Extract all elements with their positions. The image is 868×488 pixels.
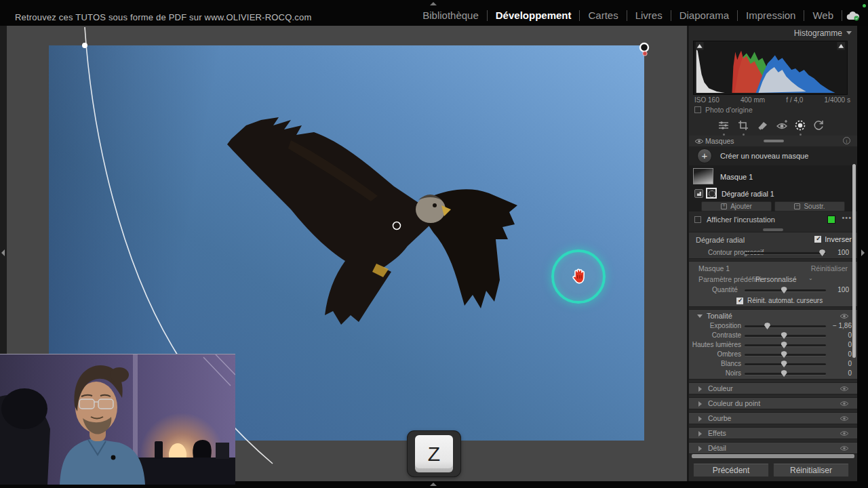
- grab-hand-icon: [570, 267, 588, 286]
- right-panel-collapse-arrow[interactable]: [861, 249, 865, 256]
- module-bibliotheque[interactable]: Bibliothèque: [414, 9, 487, 21]
- filmstrip-reveal-arrow[interactable]: [430, 483, 437, 486]
- panel-end-bar: [692, 454, 854, 458]
- blacks-slider-handle[interactable]: [781, 370, 787, 377]
- reset-button[interactable]: Réinitialiser: [773, 464, 849, 477]
- amount-slider-handle[interactable]: [781, 287, 787, 293]
- shadows-slider[interactable]: [745, 354, 826, 356]
- section-label: Effets: [708, 429, 726, 437]
- tool-strip: [689, 119, 857, 134]
- key-z: Z: [415, 435, 453, 472]
- eye-icon[interactable]: [694, 138, 704, 144]
- heal-icon[interactable]: [757, 119, 769, 131]
- module-cartes[interactable]: Cartes: [580, 9, 626, 21]
- exposure-label: Exposition: [689, 322, 741, 329]
- panel-drag-handle[interactable]: [763, 228, 783, 231]
- crop-icon[interactable]: [737, 119, 749, 131]
- eye-icon[interactable]: [840, 445, 849, 451]
- shadows-slider-handle[interactable]: [781, 351, 787, 358]
- panel-scrollbar[interactable]: [852, 164, 856, 358]
- red-eye-icon[interactable]: [776, 119, 788, 131]
- module-impression[interactable]: Impression: [738, 9, 804, 21]
- section-detail[interactable]: Détail: [689, 442, 857, 454]
- sync-icon[interactable]: [812, 119, 825, 131]
- auto-reset-checkbox[interactable]: [736, 298, 743, 304]
- info-icon[interactable]: i: [843, 137, 850, 144]
- top-panel-reveal-arrow[interactable]: [430, 2, 437, 5]
- whites-slider[interactable]: [745, 363, 826, 365]
- mask-thumbnail[interactable]: [693, 168, 713, 184]
- contrast-slider-handle[interactable]: [781, 332, 787, 339]
- exposure-slider-handle[interactable]: [764, 323, 770, 329]
- module-web[interactable]: Web: [804, 9, 842, 21]
- original-photo-row: Photo d'origine: [694, 106, 753, 114]
- mask-pin[interactable]: [551, 249, 606, 304]
- left-panel-reveal-arrow[interactable]: [1, 249, 5, 256]
- exif-iso: ISO 160: [694, 96, 719, 104]
- exif-shutter: 1/4000 s: [825, 96, 850, 104]
- blacks-slider[interactable]: [745, 373, 826, 375]
- create-mask-row[interactable]: + Créer un nouveau masque: [689, 146, 857, 165]
- highlights-slider[interactable]: [745, 344, 826, 346]
- overlay-options-icon[interactable]: •••: [842, 214, 852, 222]
- cloud-sync-icon[interactable]: [846, 11, 860, 21]
- module-developpement[interactable]: Développement: [488, 9, 580, 21]
- settings-title: Masque 1: [698, 264, 730, 272]
- collapse-triangle-icon[interactable]: [697, 314, 703, 318]
- adjust-basic-icon[interactable]: [717, 119, 730, 131]
- module-diaporama[interactable]: Diaporama: [671, 9, 737, 21]
- masks-panel-title: Masques: [705, 137, 734, 145]
- mask-pin-icon[interactable]: [694, 189, 703, 198]
- chevron-down-icon: ⌄: [808, 275, 813, 281]
- mask-item-label[interactable]: Masque 1: [720, 173, 753, 181]
- feather-slider[interactable]: [745, 252, 826, 254]
- amount-slider[interactable]: [745, 289, 826, 291]
- whites-slider-handle[interactable]: [781, 361, 787, 367]
- subtract-from-mask-button[interactable]: Soustr.: [774, 201, 845, 211]
- top-bar: Retrouvez ces TUTOS sous forme de PDF su…: [0, 0, 868, 26]
- show-overlay-checkbox[interactable]: [694, 216, 701, 223]
- feather-slider-handle[interactable]: [819, 249, 825, 256]
- eye-icon[interactable]: [840, 401, 849, 407]
- radial-section-title: Dégradé radial: [696, 236, 745, 244]
- highlights-label: Hautes lumières: [689, 341, 741, 348]
- amount-value: 100: [829, 286, 849, 293]
- masking-icon[interactable]: [794, 119, 806, 131]
- auto-reset-row: Réinit. automat. curseurs: [736, 297, 823, 304]
- panel-drag-handle[interactable]: [764, 140, 784, 142]
- mask-settings-section: Masque 1 Réinitialiser Paramètre prédéfi…: [689, 261, 857, 307]
- create-mask-label: Créer un nouveau masque: [720, 152, 808, 160]
- mask-component-label[interactable]: Dégradé radial 1: [722, 190, 774, 198]
- section-couleur-du-point[interactable]: Couleur du point: [689, 397, 857, 409]
- previous-button[interactable]: Précédent: [693, 464, 769, 477]
- section-couleur[interactable]: Couleur: [689, 382, 857, 394]
- highlights-slider-handle[interactable]: [781, 342, 787, 348]
- eye-icon[interactable]: [840, 313, 849, 319]
- add-to-mask-button[interactable]: Ajouter: [701, 201, 772, 211]
- section-courbe[interactable]: Courbe: [689, 412, 857, 424]
- histogram-plot[interactable]: [693, 41, 848, 95]
- radial-gradient-icon[interactable]: [706, 188, 717, 199]
- contrast-slider[interactable]: [745, 335, 826, 337]
- overlay-color-swatch[interactable]: [827, 216, 835, 224]
- masks-panel-header[interactable]: Masques i: [689, 136, 857, 146]
- bird-photo-subject: [226, 110, 517, 334]
- invert-checkbox[interactable]: [814, 236, 821, 243]
- module-livres[interactable]: Livres: [627, 9, 671, 21]
- original-photo-checkbox[interactable]: [694, 106, 701, 113]
- exposure-slider[interactable]: [745, 325, 826, 327]
- histogram-header[interactable]: Histogramme: [689, 26, 857, 39]
- eye-icon[interactable]: [840, 415, 849, 422]
- auto-reset-label: Réinit. automat. curseurs: [747, 297, 823, 304]
- histogram-title: Histogramme: [794, 28, 842, 38]
- settings-reset-link[interactable]: Réinitialiser: [811, 264, 848, 272]
- plus-icon[interactable]: +: [697, 148, 712, 163]
- collapse-triangle-icon: [698, 386, 702, 392]
- eye-icon[interactable]: [840, 430, 849, 436]
- preset-dropdown[interactable]: Personnalisé: [755, 275, 797, 283]
- section-effets[interactable]: Effets: [689, 427, 857, 439]
- subtract-icon: [794, 203, 800, 209]
- exif-aperture: f / 4,0: [786, 96, 803, 104]
- eye-icon[interactable]: [840, 386, 849, 392]
- whites-value: 0: [829, 360, 852, 367]
